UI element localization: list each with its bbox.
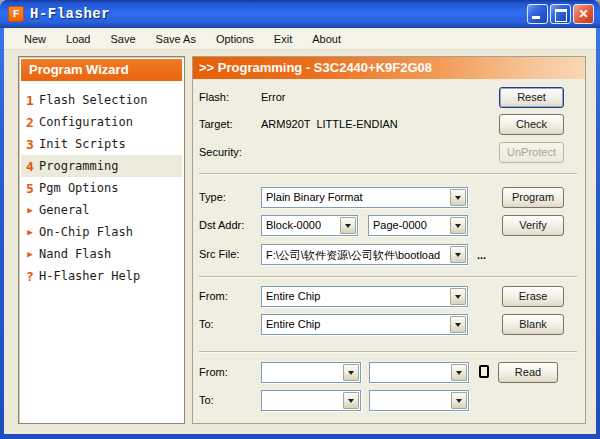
sidebar-item-label: Pgm Options <box>39 177 118 199</box>
sidebar-item-configuration[interactable]: 2 Configuration <box>21 111 182 133</box>
close-button[interactable] <box>573 4 594 24</box>
sidebar-item-label: Configuration <box>39 111 133 133</box>
dst-page-value: Page-0000 <box>373 219 448 231</box>
read-from-block-combobox[interactable] <box>261 362 361 383</box>
separator <box>199 173 577 175</box>
sidebar-item-label: On-Chip Flash <box>39 221 133 243</box>
src-file-value: F:\公司\软件资源\公司软件\bootload <box>266 248 448 263</box>
sidebar-item-pgm-options[interactable]: 5 Pgm Options <box>21 177 182 199</box>
question-mark-icon: ? <box>21 269 39 284</box>
app-icon: F <box>8 6 24 22</box>
check-button[interactable]: Check <box>499 114 564 135</box>
chevron-down-icon[interactable] <box>450 316 466 333</box>
arrow-right-icon: ▶ <box>21 249 39 259</box>
chevron-down-icon[interactable] <box>450 288 466 305</box>
erase-from-value: Entire Chip <box>266 290 448 302</box>
sidebar-item-label: Programming <box>39 155 118 177</box>
menu-save-as[interactable]: Save As <box>146 30 206 48</box>
read-to-block-combobox[interactable] <box>261 390 361 411</box>
security-label: Security: <box>199 146 242 158</box>
dst-block-combobox[interactable]: Block-0000 <box>261 215 358 236</box>
read-to-page-combobox[interactable] <box>369 390 469 411</box>
reset-button[interactable]: Reset <box>499 87 564 108</box>
chevron-down-icon[interactable] <box>450 189 466 206</box>
program-button[interactable]: Program <box>502 187 564 208</box>
type-label: Type: <box>199 191 226 203</box>
sidebar-item-h-flasher-help[interactable]: ? H-Flasher Help <box>21 265 182 287</box>
sidebar-item-label: Flash Selection <box>39 89 147 111</box>
step-1-icon: 1 <box>21 93 39 108</box>
type-combobox[interactable]: Plain Binary Format <box>261 187 468 208</box>
program-wizard-header: Program Wizard <box>21 59 182 81</box>
sidebar-item-init-scripts[interactable]: 3 Init Scripts <box>21 133 182 155</box>
menu-options[interactable]: Options <box>206 30 264 48</box>
target-label: Target: <box>199 118 233 130</box>
dst-addr-label: Dst Addr: <box>199 219 244 231</box>
target-value: ARM920T LITTLE-ENDIAN <box>261 118 398 130</box>
chevron-down-icon[interactable] <box>450 217 466 234</box>
type-combobox-value: Plain Binary Format <box>266 191 448 203</box>
separator <box>199 351 577 353</box>
titlebar[interactable]: F H-Flasher <box>0 0 600 28</box>
browse-file-button[interactable]: ... <box>477 249 486 261</box>
dst-page-combobox[interactable]: Page-0000 <box>368 215 468 236</box>
sidebar-item-label: H-Flasher Help <box>39 265 140 287</box>
erase-to-value: Entire Chip <box>266 318 448 330</box>
sidebar-item-label: Init Scripts <box>39 133 126 155</box>
blank-button[interactable]: Blank <box>502 314 564 335</box>
src-file-combobox[interactable]: F:\公司\软件资源\公司软件\bootload <box>261 244 468 265</box>
sidebar-item-general[interactable]: ▶ General <box>21 199 182 221</box>
erase-from-combobox[interactable]: Entire Chip <box>261 286 468 307</box>
flash-label: Flash: <box>199 91 229 103</box>
chevron-down-icon[interactable] <box>343 364 359 381</box>
read-button[interactable]: Read <box>498 362 558 383</box>
app-window: F H-Flasher New Load Save Save As Option… <box>0 0 600 439</box>
erase-to-label: To: <box>199 318 214 330</box>
sidebar-item-label: General <box>39 199 90 221</box>
dst-block-value: Block-0000 <box>266 219 338 231</box>
placeholder-glyph-icon <box>479 365 489 378</box>
minimize-button[interactable] <box>527 4 548 24</box>
sidebar-item-label: Nand Flash <box>39 243 111 265</box>
program-wizard-panel: Program Wizard 1 Flash Selection 2 Confi… <box>18 56 185 424</box>
chevron-down-icon[interactable] <box>451 392 467 409</box>
menu-load[interactable]: Load <box>56 30 100 48</box>
chevron-down-icon[interactable] <box>450 246 466 263</box>
sidebar-item-on-chip-flash[interactable]: ▶ On-Chip Flash <box>21 221 182 243</box>
menu-about[interactable]: About <box>302 30 351 48</box>
menu-exit[interactable]: Exit <box>264 30 302 48</box>
sidebar-item-programming[interactable]: 4 Programming <box>21 155 182 177</box>
arrow-right-icon: ▶ <box>21 227 39 237</box>
panel-title: >> Programming - S3C2440+K9F2G08 <box>193 57 585 79</box>
menubar: New Load Save Save As Options Exit About <box>4 29 596 50</box>
step-5-icon: 5 <box>21 181 39 196</box>
menu-new[interactable]: New <box>14 30 56 48</box>
step-3-icon: 3 <box>21 137 39 152</box>
client-area: New Load Save Save As Options Exit About… <box>4 28 596 434</box>
step-4-icon: 4 <box>21 159 39 174</box>
unprotect-button: UnProtect <box>499 142 564 163</box>
read-from-page-combobox[interactable] <box>369 362 469 383</box>
verify-button[interactable]: Verify <box>502 215 564 236</box>
chevron-down-icon[interactable] <box>451 364 467 381</box>
separator <box>199 276 577 278</box>
maximize-button[interactable] <box>550 4 571 24</box>
erase-to-combobox[interactable]: Entire Chip <box>261 314 468 335</box>
sidebar-item-nand-flash[interactable]: ▶ Nand Flash <box>21 243 182 265</box>
step-2-icon: 2 <box>21 115 39 130</box>
read-to-label: To: <box>199 394 214 406</box>
arrow-right-icon: ▶ <box>21 205 39 215</box>
chevron-down-icon[interactable] <box>343 392 359 409</box>
src-file-label: Src File: <box>199 248 239 260</box>
menu-save[interactable]: Save <box>101 30 146 48</box>
sidebar-item-flash-selection[interactable]: 1 Flash Selection <box>21 89 182 111</box>
window-title: H-Flasher <box>30 6 110 22</box>
programming-panel: >> Programming - S3C2440+K9F2G08 Flash: … <box>192 56 586 424</box>
chevron-down-icon[interactable] <box>340 217 356 234</box>
erase-button[interactable]: Erase <box>502 286 564 307</box>
read-from-label: From: <box>199 366 228 378</box>
flash-value: Error <box>261 91 285 103</box>
titlebar-buttons <box>527 4 594 24</box>
erase-from-label: From: <box>199 290 228 302</box>
